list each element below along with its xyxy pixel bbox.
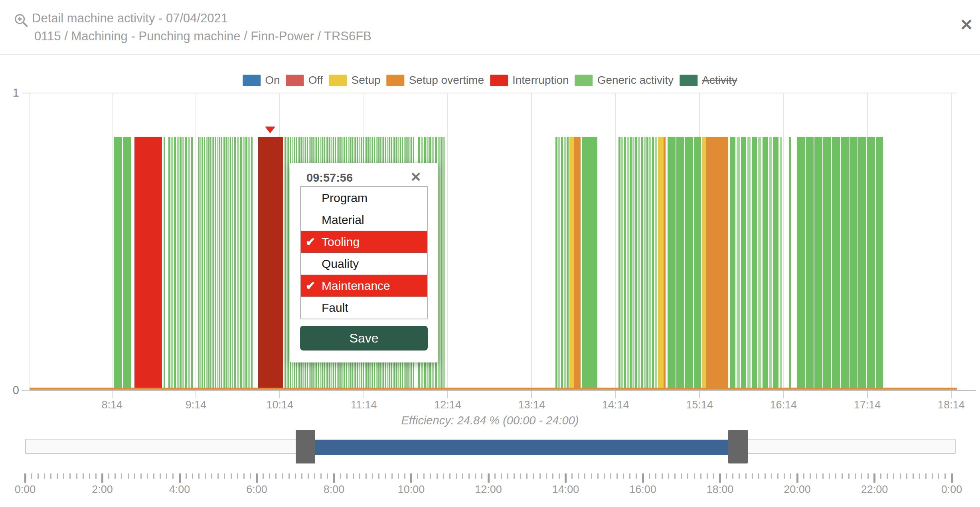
- legend-item-off[interactable]: Off: [286, 74, 323, 87]
- ruler-minor-tick: [205, 473, 206, 479]
- popup-item-program[interactable]: Program: [301, 187, 427, 209]
- x-axis-label: 17:14: [854, 399, 881, 411]
- activity-bar-segment-generic[interactable]: [168, 137, 193, 388]
- legend-item-interruption[interactable]: Interruption: [490, 74, 569, 87]
- popup-close-icon[interactable]: ✕: [407, 169, 425, 185]
- legend-item-activity[interactable]: Activity: [680, 74, 737, 87]
- ruler-minor-tick: [121, 473, 122, 479]
- save-button[interactable]: Save: [300, 326, 428, 351]
- ruler-minor-tick: [681, 473, 682, 479]
- x-axis-tick: [867, 391, 868, 398]
- activity-bar-segment-setup_overtime[interactable]: [706, 137, 728, 388]
- ruler-label: 4:00: [169, 483, 190, 496]
- x-axis-tick: [783, 391, 784, 398]
- check-icon: ✔: [306, 279, 315, 293]
- y-axis-label: 1: [3, 86, 19, 99]
- legend-swatch-off-icon: [286, 75, 304, 86]
- ruler-minor-tick: [475, 473, 476, 479]
- popup-item-tooling[interactable]: ✔Tooling: [301, 231, 427, 253]
- activity-bar-segment-generic[interactable]: [730, 137, 782, 388]
- activity-bar-segment-setup_overtime[interactable]: [664, 137, 666, 388]
- activity-bar-segment-interruption_classified[interactable]: [258, 137, 283, 388]
- popup-item-label: Quality: [322, 257, 359, 271]
- ruler-minor-tick: [186, 473, 187, 479]
- activity-bar-segment-generic[interactable]: [582, 137, 597, 388]
- ruler-major-tick: [333, 473, 335, 483]
- ruler-minor-tick: [938, 473, 939, 479]
- dialog-close-icon[interactable]: ✕: [957, 15, 976, 34]
- ruler-minor-tick: [423, 473, 425, 479]
- activity-bar-segment-generic[interactable]: [198, 137, 233, 388]
- activity-bar-segment-generic[interactable]: [123, 137, 131, 388]
- activity-bar-segment-generic[interactable]: [164, 137, 165, 388]
- ruler-label: 22:00: [861, 483, 888, 496]
- legend-item-setup-overtime[interactable]: Setup overtime: [387, 74, 484, 87]
- popup-item-material[interactable]: Material: [301, 209, 427, 231]
- x-axis-tick: [615, 391, 616, 398]
- legend-swatch-setup-overtime-icon: [387, 75, 405, 86]
- ruler-minor-tick: [50, 473, 51, 479]
- ruler-minor-tick: [880, 473, 881, 479]
- machine-breadcrumb: 0115 / Machining - Punching machine / Fi…: [34, 29, 371, 44]
- ruler-minor-tick: [900, 473, 901, 479]
- gridline-9-14: [196, 93, 196, 390]
- gridline-18-14: [951, 93, 952, 390]
- legend-label: Setup: [351, 74, 380, 87]
- activity-bar-segment-interruption[interactable]: [134, 137, 162, 388]
- ruler-minor-tick: [31, 473, 32, 479]
- legend-swatch-generic-activity-icon: [575, 75, 593, 86]
- popup-item-maintenance[interactable]: ✔Maintenance: [301, 275, 427, 297]
- chart-legend: OnOffSetupSetup overtimeInterruptionGene…: [243, 74, 737, 87]
- ruler-minor-tick: [198, 473, 200, 479]
- slider-selected-range[interactable]: [315, 440, 728, 455]
- activity-bar-segment-generic[interactable]: [789, 137, 791, 388]
- ruler-label: 18:00: [707, 483, 734, 496]
- slider-handle-right[interactable]: [728, 430, 748, 463]
- ruler-minor-tick: [790, 473, 791, 479]
- ruler-minor-tick: [398, 473, 399, 479]
- activity-bar-segment-setup[interactable]: [702, 137, 706, 388]
- activity-bar-segment-generic[interactable]: [234, 137, 253, 388]
- legend-swatch-interruption-icon: [490, 75, 508, 86]
- ruler-minor-tick: [224, 473, 225, 479]
- activity-bar-segment-generic[interactable]: [668, 137, 701, 388]
- ruler-minor-tick: [437, 473, 438, 479]
- setup-overtime-baseline-strip[interactable]: [30, 388, 957, 390]
- ruler-label: 0:00: [15, 483, 36, 496]
- activity-bar-segment-setup[interactable]: [569, 137, 574, 388]
- ruler-label: 6:00: [246, 483, 267, 496]
- popup-item-quality[interactable]: Quality: [301, 253, 427, 275]
- ruler-major-tick: [719, 473, 721, 483]
- ruler-minor-tick: [308, 473, 309, 479]
- ruler-minor-tick: [76, 473, 77, 479]
- legend-label: On: [265, 74, 280, 87]
- activity-bar-segment-setup_overtime[interactable]: [574, 137, 581, 388]
- popup-item-label: Program: [322, 191, 368, 205]
- ruler-minor-tick: [893, 473, 894, 479]
- ruler-minor-tick: [340, 473, 341, 479]
- ruler-minor-tick: [584, 473, 585, 479]
- ruler-minor-tick: [95, 473, 97, 479]
- slider-handle-left[interactable]: [296, 430, 315, 463]
- activity-bar-segment-generic[interactable]: [797, 137, 883, 388]
- popup-item-fault[interactable]: Fault: [301, 297, 427, 319]
- legend-item-generic-activity[interactable]: Generic activity: [575, 74, 674, 87]
- ruler-minor-tick: [353, 473, 354, 479]
- legend-item-setup[interactable]: Setup: [329, 74, 380, 87]
- ruler-minor-tick: [636, 473, 637, 479]
- reason-list: ProgramMaterial✔ToolingQuality✔Maintenan…: [300, 186, 428, 319]
- legend-item-on[interactable]: On: [243, 74, 280, 87]
- ruler-minor-tick: [269, 473, 270, 479]
- ruler-label: 14:00: [552, 483, 579, 496]
- gridline-13-14: [531, 93, 532, 390]
- ruler-minor-tick: [263, 473, 264, 479]
- ruler-minor-tick: [378, 473, 379, 479]
- ruler-minor-tick: [533, 473, 534, 479]
- activity-bar-segment-generic[interactable]: [114, 137, 122, 388]
- activity-bar-segment-generic[interactable]: [618, 137, 658, 388]
- ruler-minor-tick: [784, 473, 785, 479]
- popup-item-label: Fault: [322, 301, 348, 315]
- activity-bar-segment-setup[interactable]: [658, 137, 664, 388]
- legend-label: Off: [308, 74, 323, 87]
- activity-bar-segment-generic[interactable]: [555, 137, 569, 388]
